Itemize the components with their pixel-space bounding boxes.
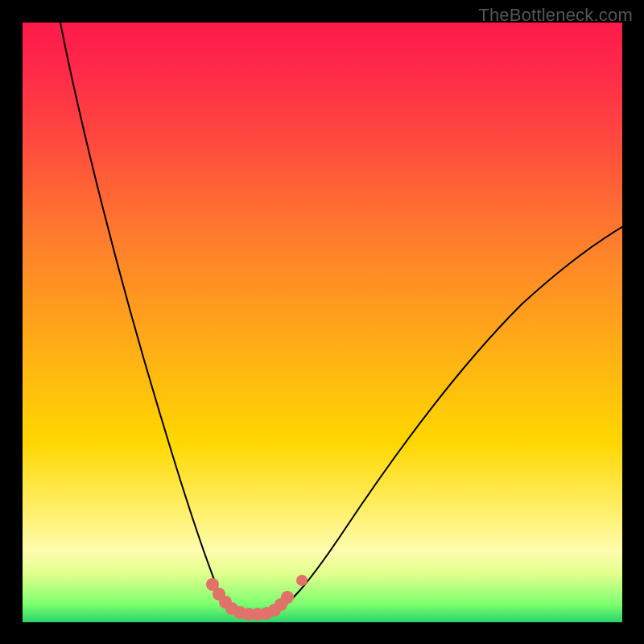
bead [281, 591, 294, 604]
left-curve [59, 23, 234, 612]
attribution-text: TheBottleneck.com [478, 5, 633, 26]
chart-wrapper: TheBottleneck.com [0, 0, 644, 644]
right-curve [276, 222, 622, 612]
curve-layer [23, 23, 622, 622]
plot-area [23, 23, 622, 622]
bead-separate [296, 575, 308, 586]
